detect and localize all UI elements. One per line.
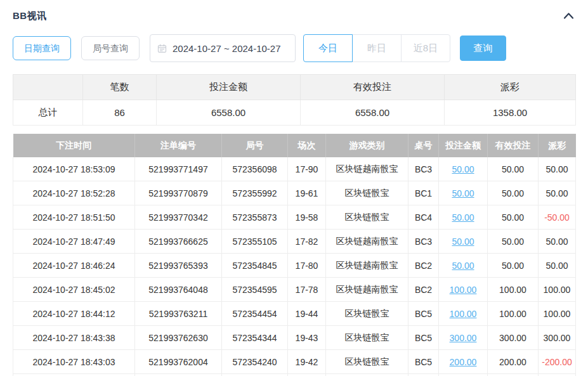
quick-range-button[interactable]: 昨日 [352, 34, 402, 62]
table-cell: 572354454 [222, 302, 288, 326]
bet-table-header-row: 下注时间 注单编号 局号 场次 游戏类别 桌号 投注金额 有效投注 派彩 [13, 134, 576, 157]
summary-col-blank [13, 75, 83, 100]
table-cell: 19-61 [288, 181, 326, 205]
summary-table: 笔数 投注金额 有效投注 派彩 总计 86 6558.00 6558.00 13… [13, 74, 576, 126]
bet-amount-link[interactable]: 50.00 [452, 164, 474, 174]
col-game-type: 游戏类别 [326, 134, 408, 157]
table-cell: 572354344 [222, 326, 288, 350]
summary-col-payout: 派彩 [445, 75, 576, 100]
table-cell: 区块链越南骰宝 [326, 157, 408, 181]
table-cell: 19-43 [288, 326, 326, 350]
search-button[interactable]: 查询 [460, 36, 506, 61]
table-cell: 572355992 [222, 181, 288, 205]
table-cell: 572355873 [222, 205, 288, 230]
table-cell: 2024-10-27 18:53:09 [13, 157, 135, 181]
panel-header: BB视讯 [13, 0, 575, 25]
table-cell: 50.00 [539, 181, 576, 205]
table-cell [326, 374, 408, 376]
table-row: 2024-10-27 18:43:38521993762630572354344… [13, 326, 576, 350]
table-cell [439, 374, 488, 376]
summary-header-row: 笔数 投注金额 有效投注 派彩 [13, 75, 576, 100]
table-cell [408, 374, 439, 376]
col-payout: 派彩 [539, 134, 576, 157]
table-cell: 2024-10-27 18:43:38 [13, 326, 135, 350]
quick-range-button[interactable]: 今日 [303, 34, 353, 62]
table-cell: 50.00 [488, 181, 539, 205]
cell-bet-amount: 50.00 [439, 254, 488, 278]
table-cell: 50.00 [488, 254, 539, 278]
table-cell: 17-82 [288, 230, 326, 254]
date-range-input[interactable]: 2024-10-27 ~ 2024-10-27 [150, 34, 296, 62]
table-cell: BC3 [408, 157, 439, 181]
table-cell: 50.00 [488, 205, 539, 230]
table-cell: BC2 [408, 254, 439, 278]
table-row: 2024-10-27 18:43:03521993762004572354240… [13, 350, 576, 374]
table-cell: 521993766625 [135, 230, 222, 254]
date-range-value: 2024-10-27 ~ 2024-10-27 [173, 43, 281, 54]
cell-bet-amount: 200.00 [439, 350, 488, 374]
table-row: 2024-10-27 18:46:24521993765393572354845… [13, 254, 576, 278]
table-cell: BC5 [408, 302, 439, 326]
bet-amount-link[interactable]: 50.00 [452, 212, 474, 223]
table-cell: 521993771497 [135, 157, 222, 181]
round-query-tab[interactable]: 局号查询 [81, 36, 140, 60]
bet-amount-link[interactable]: 300.00 [450, 333, 477, 343]
table-cell: 572354240 [222, 350, 288, 374]
query-toolbar: 日期查询 局号查询 2024-10-27 ~ 2024-10-27 今日昨日近8… [13, 34, 575, 62]
table-cell: 521993762630 [135, 326, 222, 350]
table-cell: 100.00 [539, 302, 576, 326]
table-row: 2024-10-27 18:52:28521993770879572355992… [13, 181, 576, 205]
table-cell: 50.00 [539, 230, 576, 254]
table-cell: 200.00 [488, 350, 539, 374]
table-cell [488, 374, 539, 376]
table-cell: 区块链骰宝 [326, 302, 408, 326]
table-cell: BC3 [408, 230, 439, 254]
table-cell: 572356098 [222, 157, 288, 181]
calendar-icon [157, 44, 167, 53]
table-cell: -200.00 [539, 350, 576, 374]
bet-amount-link[interactable]: 200.00 [450, 357, 477, 367]
table-cell: BC1 [408, 181, 439, 205]
table-cell [13, 374, 135, 376]
cell-bet-amount: 100.00 [439, 278, 488, 302]
table-cell: 572354595 [222, 278, 288, 302]
bet-amount-link[interactable]: 50.00 [452, 261, 474, 271]
bet-amount-link[interactable]: 100.00 [450, 309, 477, 319]
table-cell [288, 374, 326, 376]
table-cell: 2024-10-27 18:44:12 [13, 302, 135, 326]
table-cell: 17-80 [288, 254, 326, 278]
table-row: 2024-10-27 18:47:49521993766625572355105… [13, 230, 576, 254]
table-cell: 2024-10-27 18:46:24 [13, 254, 135, 278]
table-cell: 2024-10-27 18:51:50 [13, 205, 135, 230]
table-cell: BC2 [408, 278, 439, 302]
table-cell: 2024-10-27 18:43:03 [13, 350, 135, 374]
table-cell: BC5 [408, 350, 439, 374]
table-cell: 521993770879 [135, 181, 222, 205]
cell-bet-amount: 100.00 [439, 302, 488, 326]
table-cell: 100.00 [488, 278, 539, 302]
table-cell: 50.00 [539, 254, 576, 278]
collapse-chevron-up-icon[interactable] [562, 11, 575, 21]
summary-col-valid-bet: 有效投注 [301, 75, 445, 100]
table-row [13, 374, 576, 376]
quick-range-button[interactable]: 近8日 [401, 34, 450, 62]
summary-total-label: 总计 [13, 100, 83, 126]
table-cell: 2024-10-27 18:52:28 [13, 181, 135, 205]
date-query-tab[interactable]: 日期查询 [13, 36, 71, 60]
table-cell: 50.00 [539, 157, 576, 181]
table-cell: 100.00 [488, 302, 539, 326]
col-bet-time: 下注时间 [13, 134, 135, 157]
table-cell: 572354845 [222, 254, 288, 278]
bet-amount-link[interactable]: 50.00 [452, 188, 474, 198]
bet-records-table: 下注时间 注单编号 局号 场次 游戏类别 桌号 投注金额 有效投注 派彩 202… [13, 134, 576, 376]
table-cell: 17-90 [288, 157, 326, 181]
cell-bet-amount: 50.00 [439, 205, 488, 230]
col-round-id: 局号 [222, 134, 288, 157]
table-row: 2024-10-27 18:44:12521993763211572354454… [13, 302, 576, 326]
bet-amount-link[interactable]: 50.00 [452, 237, 474, 247]
table-cell: 17-78 [288, 278, 326, 302]
bet-amount-link[interactable]: 100.00 [450, 285, 477, 295]
table-cell: 19-42 [288, 350, 326, 374]
summary-total-valid-bet: 6558.00 [301, 100, 445, 126]
table-row: 2024-10-27 18:51:50521993770342572355873… [13, 205, 576, 230]
